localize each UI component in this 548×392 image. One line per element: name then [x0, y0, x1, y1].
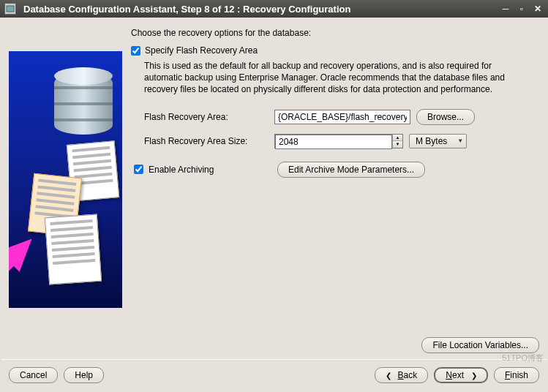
next-button[interactable]: Next❯: [434, 367, 488, 383]
specify-flash-label: Specify Flash Recovery Area: [145, 45, 258, 56]
flash-area-row: Flash Recovery Area: Browse...: [144, 109, 539, 125]
titlebar: Database Configuration Assistant, Step 8…: [0, 0, 548, 18]
sidebar-illustration: [9, 28, 122, 333]
specify-flash-description: This is used as the default for all back…: [144, 60, 517, 96]
close-button[interactable]: ✕: [532, 3, 544, 15]
flash-area-label: Flash Recovery Area:: [144, 112, 274, 122]
svg-rect-0: [7, 6, 14, 12]
flash-size-input[interactable]: [275, 135, 392, 149]
cancel-button-label: Cancel: [20, 370, 47, 380]
instruction-text: Choose the recovery options for the data…: [131, 28, 539, 38]
app-icon: [4, 3, 16, 15]
window: Database Configuration Assistant, Step 8…: [0, 0, 548, 392]
finish-button[interactable]: Finish: [494, 367, 539, 383]
browse-button[interactable]: Browse...: [416, 109, 475, 125]
file-vars-row: File Location Variables...: [0, 333, 548, 359]
spinner-down[interactable]: ▼: [393, 141, 402, 148]
spinner-buttons: ▲ ▼: [392, 135, 402, 148]
body: Choose the recovery options for the data…: [0, 18, 548, 333]
next-button-label: Next: [446, 370, 464, 380]
enable-archiving-row: Enable Archiving Edit Archive Mode Param…: [131, 162, 539, 178]
window-title: Database Configuration Assistant, Step 8…: [20, 4, 495, 15]
chevron-down-icon: ▼: [457, 137, 463, 144]
footer: Cancel Help ❮BackNext❯Finish: [0, 360, 548, 392]
maximize-button[interactable]: ▫: [516, 3, 528, 15]
flash-area-input[interactable]: [274, 110, 410, 124]
content-panel: Choose the recovery options for the data…: [131, 28, 539, 333]
file-location-variables-button[interactable]: File Location Variables...: [421, 337, 539, 353]
help-button[interactable]: Help: [64, 367, 104, 383]
file-location-variables-label: File Location Variables...: [432, 340, 528, 350]
enable-archiving-input[interactable]: [134, 165, 143, 174]
back-button-label: Back: [398, 370, 418, 380]
flash-size-spinner[interactable]: ▲ ▼: [274, 134, 403, 148]
specify-flash-checkbox[interactable]: Specify Flash Recovery Area: [131, 45, 539, 56]
finish-button-label: Finish: [505, 370, 528, 380]
flash-size-label: Flash Recovery Area Size:: [144, 136, 274, 146]
help-button-label: Help: [75, 370, 93, 380]
size-unit-dropdown[interactable]: M Bytes ▼: [409, 134, 467, 148]
edit-archive-params-button[interactable]: Edit Archive Mode Parameters...: [277, 162, 425, 178]
spinner-up[interactable]: ▲: [393, 135, 402, 142]
minimize-button[interactable]: ─: [500, 3, 511, 15]
browse-button-label: Browse...: [427, 112, 464, 122]
chevron-right-icon: ❯: [471, 372, 476, 380]
back-button[interactable]: ❮Back: [375, 367, 429, 383]
enable-archiving-checkbox[interactable]: Enable Archiving: [131, 162, 274, 176]
chevron-left-icon: ❮: [386, 372, 391, 380]
edit-archive-params-label: Edit Archive Mode Parameters...: [288, 165, 414, 175]
size-unit-value: M Bytes: [416, 136, 447, 146]
specify-flash-input[interactable]: [131, 46, 140, 56]
flash-size-row: Flash Recovery Area Size: ▲ ▼ M Bytes ▼: [144, 134, 539, 148]
cancel-button[interactable]: Cancel: [9, 367, 58, 383]
enable-archiving-label: Enable Archiving: [149, 165, 214, 175]
